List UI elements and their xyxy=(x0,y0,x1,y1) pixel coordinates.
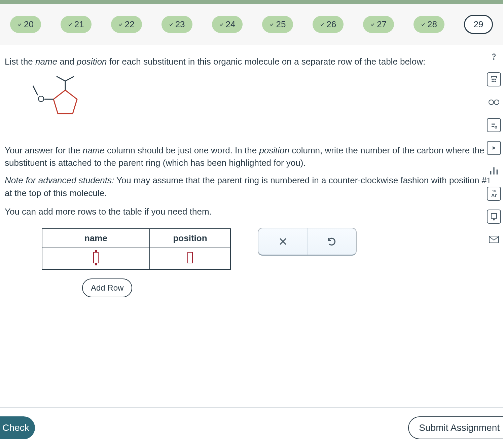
periodic-symbol: Ar xyxy=(491,193,497,198)
check-icon xyxy=(169,22,173,28)
top-accent-bar xyxy=(0,0,503,4)
check-icon xyxy=(421,22,425,28)
svg-point-13 xyxy=(492,81,493,82)
molecule-diagram: O xyxy=(5,68,498,142)
check-icon xyxy=(219,22,224,28)
periodic-table-button[interactable]: 18 Ar xyxy=(487,187,501,201)
position-cell[interactable] xyxy=(150,248,230,269)
footer-bar: Check Submit Assignment xyxy=(0,407,503,448)
svg-marker-23 xyxy=(493,146,496,150)
undo-icon xyxy=(327,236,337,247)
pill-label: 20 xyxy=(24,19,34,30)
check-icon xyxy=(370,22,375,28)
check-icon xyxy=(118,22,123,28)
video-button[interactable] xyxy=(487,141,501,155)
empty-input-icon xyxy=(187,252,193,263)
pill-label: 26 xyxy=(326,19,336,30)
pill-29-current[interactable]: 29 xyxy=(464,15,493,34)
svg-rect-30 xyxy=(489,236,499,243)
svg-point-16 xyxy=(489,100,494,105)
pill-label: 21 xyxy=(74,19,84,30)
svg-point-14 xyxy=(494,81,494,82)
header-name: name xyxy=(42,229,150,248)
pill-21[interactable]: 21 xyxy=(61,16,92,33)
svg-line-5 xyxy=(65,76,74,81)
table-row xyxy=(42,248,230,269)
calculator-icon xyxy=(490,75,498,83)
clear-button[interactable] xyxy=(258,228,307,255)
mail-icon xyxy=(489,235,499,244)
pill-label: 27 xyxy=(377,19,387,30)
close-icon xyxy=(278,236,288,247)
calculator-button[interactable] xyxy=(487,72,501,86)
svg-line-4 xyxy=(57,76,65,81)
pill-label: 29 xyxy=(474,19,483,30)
header-position: position xyxy=(150,229,230,248)
answer-table: name position xyxy=(42,228,231,270)
help-button[interactable] xyxy=(487,49,501,64)
notes-button[interactable] xyxy=(487,118,501,132)
pill-24[interactable]: 24 xyxy=(212,16,243,33)
oxygen-label: O xyxy=(38,94,44,104)
check-icon xyxy=(270,22,274,28)
pill-label: 22 xyxy=(125,19,135,30)
svg-point-11 xyxy=(494,79,494,80)
svg-marker-0 xyxy=(53,90,77,114)
svg-point-15 xyxy=(495,81,496,82)
svg-rect-27 xyxy=(491,214,497,218)
input-toolbox xyxy=(258,228,357,256)
svg-point-10 xyxy=(492,79,493,80)
svg-point-8 xyxy=(493,59,494,60)
note-advanced: Note for advanced students: You may assu… xyxy=(5,174,498,199)
help-icon xyxy=(489,51,499,62)
stats-button[interactable] xyxy=(487,164,501,178)
pill-label: 24 xyxy=(226,19,236,30)
check-icon xyxy=(17,22,22,28)
pill-22[interactable]: 22 xyxy=(111,16,142,33)
play-icon xyxy=(491,145,497,151)
pill-28[interactable]: 28 xyxy=(414,16,444,33)
question-content: List the name and position for each subs… xyxy=(0,45,503,297)
tool-sidebar: 18 Ar xyxy=(487,49,501,247)
svg-line-2 xyxy=(33,86,38,95)
name-cell[interactable] xyxy=(42,248,150,269)
bar-chart-icon xyxy=(489,165,499,176)
text-cursor-icon xyxy=(93,252,99,263)
check-icon xyxy=(68,22,72,28)
mail-button[interactable] xyxy=(487,232,501,247)
undo-button[interactable] xyxy=(307,228,356,255)
pill-27[interactable]: 27 xyxy=(363,16,394,33)
check-icon xyxy=(320,22,324,28)
pill-25[interactable]: 25 xyxy=(262,16,293,33)
structure-button[interactable] xyxy=(487,210,501,224)
svg-point-12 xyxy=(495,79,496,80)
check-button[interactable]: Check xyxy=(0,416,35,439)
structure-icon xyxy=(490,213,498,221)
notes-icon xyxy=(490,121,498,129)
pill-label: 25 xyxy=(276,19,286,30)
svg-point-22 xyxy=(495,126,497,128)
pill-20[interactable]: 20 xyxy=(10,16,41,33)
pill-label: 23 xyxy=(175,19,185,30)
add-rows-hint: You can add more rows to the table if yo… xyxy=(5,206,498,218)
instructions-name-position: Your answer for the name column should b… xyxy=(5,144,498,170)
glasses-icon xyxy=(488,99,500,106)
pill-23[interactable]: 23 xyxy=(161,16,192,33)
prompt-line-1: List the name and position for each subs… xyxy=(5,55,498,68)
glasses-button[interactable] xyxy=(487,95,501,109)
svg-rect-9 xyxy=(491,76,497,78)
submit-assignment-button[interactable]: Submit Assignment xyxy=(408,416,503,439)
pill-26[interactable]: 26 xyxy=(313,16,344,33)
pill-label: 28 xyxy=(427,19,437,30)
svg-point-17 xyxy=(494,100,499,105)
add-row-button[interactable]: Add Row xyxy=(82,278,132,297)
table-header-row: name position xyxy=(42,229,230,248)
progress-pills-row: 20 21 22 23 24 25 26 27 28 29 xyxy=(0,4,503,45)
